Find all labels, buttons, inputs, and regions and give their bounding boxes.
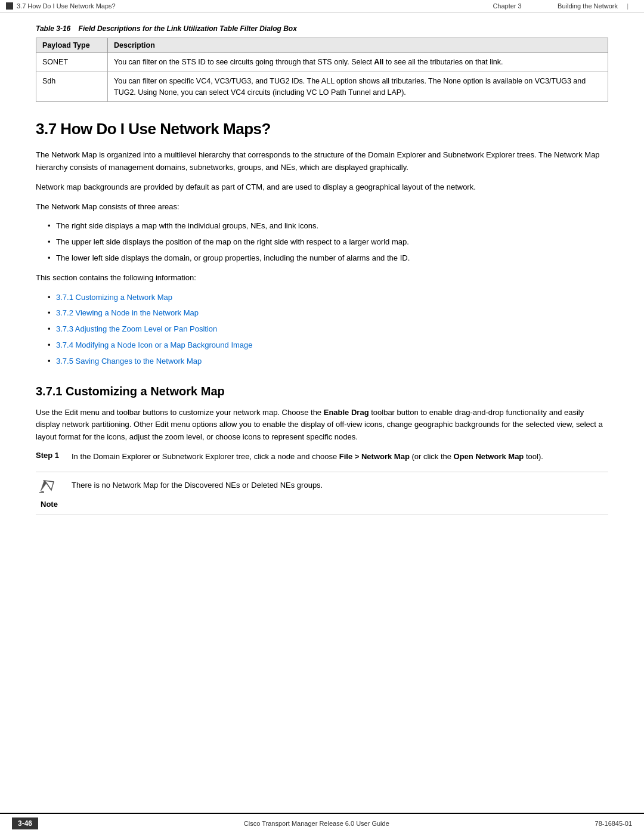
note-icon-area: Note (36, 478, 72, 509)
table-row: SdhYou can filter on specific VC4, VC3/T… (36, 72, 608, 102)
list-item: The upper left side displays the positio… (48, 236, 608, 249)
section-heading: 3.7.1 Customizing a Network Map (36, 385, 608, 398)
list-item: 3.7.3 Adjusting the Zoom Level or Pan Po… (48, 323, 608, 336)
footer-right: 78-16845-01 (595, 820, 632, 827)
note-text: There is no Network Map for the Discover… (72, 478, 608, 492)
body-para-1: The Network Map is organized into a mult… (36, 149, 608, 174)
table-cell-description: You can filter on the STS ID to see circ… (108, 53, 608, 72)
chapter-heading: 3.7 How Do I Use Network Maps? (36, 120, 608, 138)
list-item: 3.7.2 Viewing a Node in the Network Map (48, 307, 608, 320)
step1-content: In the Domain Explorer or Subnetwork Exp… (72, 451, 608, 463)
pencil-icon (38, 478, 57, 498)
table-title: Field Descriptions for the Link Utilizat… (79, 24, 297, 33)
table-cell-type: Sdh (36, 72, 108, 102)
table-caption: Table 3-16 Field Descriptions for the Li… (36, 24, 608, 33)
table-row: SONETYou can filter on the STS ID to see… (36, 53, 608, 72)
body-para-3: The Network Map consists of three areas: (36, 201, 608, 213)
list-item: The lower left side displays the domain,… (48, 252, 608, 265)
doc-link[interactable]: 3.7.2 Viewing a Node in the Network Map (56, 308, 199, 317)
table-header-row: Payload Type Description (36, 38, 608, 53)
doc-link[interactable]: 3.7.1 Customizing a Network Map (56, 293, 172, 302)
body-para-2: Network map backgrounds are provided by … (36, 181, 608, 194)
body-para-4: This section contains the following info… (36, 272, 608, 284)
header-square-icon (6, 2, 13, 10)
step1-container: Step 1 In the Domain Explorer or Subnetw… (36, 451, 608, 463)
chapter-label: Chapter 3 (493, 2, 521, 10)
list-item: 3.7.5 Saving Changes to the Network Map (48, 355, 608, 368)
pipe-separator (527, 2, 534, 10)
col-description-header: Description (108, 38, 608, 53)
content-table: Payload Type Description SONETYou can fi… (36, 38, 608, 102)
doc-link[interactable]: 3.7.3 Adjusting the Zoom Level or Pan Po… (56, 324, 217, 333)
table-cell-type: SONET (36, 53, 108, 72)
note-label: Note (38, 500, 58, 509)
footer-page: 3-46 (12, 817, 38, 829)
doc-link[interactable]: 3.7.5 Saving Changes to the Network Map (56, 357, 202, 366)
header-right: Chapter 3 Building the Network | (475, 2, 632, 10)
doc-link[interactable]: 3.7.4 Modifying a Node Icon or a Map Bac… (56, 340, 253, 349)
links-list: 3.7.1 Customizing a Network Map3.7.2 Vie… (48, 292, 608, 368)
pipe2: | (623, 2, 628, 10)
step1-label: Step 1 (36, 451, 72, 460)
bullet-list: The right side displays a map with the i… (48, 220, 608, 264)
col-payload-type-header: Payload Type (36, 38, 108, 53)
chapter-title: Building the Network (558, 2, 618, 10)
table-label: Table 3-16 (36, 24, 70, 33)
list-item: The right side displays a map with the i… (48, 220, 608, 233)
footer-center: Cisco Transport Manager Release 6.0 User… (244, 820, 389, 827)
list-item: 3.7.4 Modifying a Node Icon or a Map Bac… (48, 339, 608, 352)
svg-rect-0 (39, 492, 44, 493)
table-cell-description: You can filter on specific VC4, VC3/TUG3… (108, 72, 608, 102)
note-container: Note There is no Network Map for the Dis… (36, 472, 608, 515)
header-bar: 3.7 How Do I Use Network Maps? Chapter 3… (0, 0, 644, 13)
footer: 3-46 Cisco Transport Manager Release 6.0… (0, 813, 644, 833)
section-para: Use the Edit menu and toolbar buttons to… (36, 407, 608, 444)
list-item: 3.7.1 Customizing a Network Map (48, 292, 608, 304)
header-left: 3.7 How Do I Use Network Maps? (6, 2, 116, 10)
breadcrumb: 3.7 How Do I Use Network Maps? (17, 2, 116, 10)
main-content: Table 3-16 Field Descriptions for the Li… (0, 13, 644, 572)
